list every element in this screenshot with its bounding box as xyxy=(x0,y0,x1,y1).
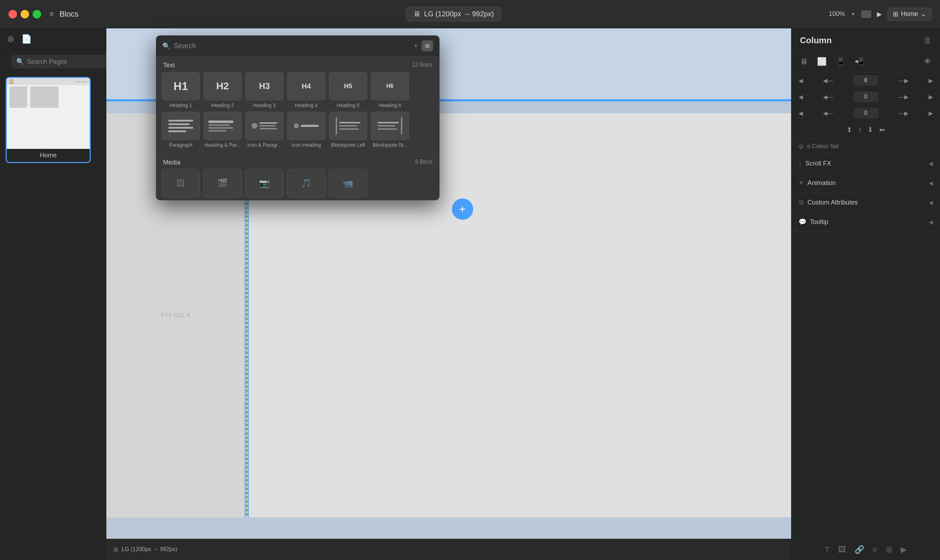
bric-item-h4[interactable]: H4 Heading 4 xyxy=(287,72,325,108)
page-label: Home xyxy=(7,152,90,162)
canvas-bottom-bar: ⊞ LG (1200px → 992px) xyxy=(106,539,791,560)
add-bric-button[interactable]: + xyxy=(452,198,473,220)
bric-item-media-2[interactable]: 🎬 xyxy=(203,169,242,197)
scroll-fx-icon: ↕ xyxy=(798,160,802,167)
bric-item-media-4[interactable]: 🎵 xyxy=(287,169,325,197)
media-icon-1: 🖼 xyxy=(177,178,185,188)
zoom-level[interactable]: 100% xyxy=(829,10,845,18)
list-icon[interactable]: ≡ xyxy=(873,545,877,554)
layers-tab[interactable]: ⊛ xyxy=(7,34,14,44)
add-bric-icon[interactable]: + xyxy=(414,42,418,50)
bric-item-media-1[interactable]: 🖼 xyxy=(162,169,200,197)
small-mobile-view-btn[interactable]: 📲 xyxy=(852,55,867,68)
bric-label-h6: Heading 6 xyxy=(378,102,401,108)
h3-preview: H3 xyxy=(259,81,270,91)
desktop-view-btn[interactable]: 🖥 xyxy=(797,55,811,68)
chevron-down-icon[interactable]: ▼ xyxy=(851,11,855,17)
image-icon[interactable]: 🖼 xyxy=(838,545,846,554)
canvas-bottom-label: LG (1200px → 992px) xyxy=(122,546,177,552)
bric-item-h1[interactable]: H1 Heading 1 xyxy=(162,72,200,108)
bric-thumb-h6: H6 xyxy=(371,72,409,100)
scroll-fx-label: Scroll FX xyxy=(805,160,929,167)
bql-preview xyxy=(336,117,360,135)
bric-item-bql[interactable]: Blockquote Left xyxy=(329,112,367,148)
bric-thumb-media-2: 🎬 xyxy=(203,169,242,197)
colour-set-row: ◎ o Colour Set xyxy=(791,138,940,154)
bric-item-icon-para[interactable]: Icon & Paragr... xyxy=(245,112,283,148)
tooltip-row[interactable]: 💬 Tooltip ◀ xyxy=(791,212,940,232)
pages-tab[interactable]: 📄 xyxy=(21,34,32,44)
table-icon[interactable]: ⊞ xyxy=(886,545,892,554)
padding-left-arrow2[interactable]: ◀— xyxy=(823,77,833,84)
text-format-icon[interactable]: T xyxy=(825,545,829,554)
video-icon[interactable]: ▶ xyxy=(901,545,907,554)
bric-search-input[interactable] xyxy=(174,42,410,50)
viewport-selector[interactable]: 🖥 LG (1200px → 992px) xyxy=(406,7,501,21)
rect-view-btn[interactable] xyxy=(861,10,871,18)
margin-bot-right-arrow2[interactable]: ▶ xyxy=(929,110,933,117)
margin-bottom-row: ◀ ◀— —▶ ▶ xyxy=(791,105,940,121)
animation-row[interactable]: ✦ Animation ◀ xyxy=(791,173,940,193)
bric-section-text: Text 12 Brics xyxy=(156,57,440,72)
bric-label-h1: Heading 1 xyxy=(169,102,192,108)
h1-preview: H1 xyxy=(174,80,188,93)
margin-bot-left-arrow2[interactable]: ◀— xyxy=(823,110,833,117)
section-media-count: 9 Brics xyxy=(415,159,432,166)
scroll-fx-row[interactable]: ↕ Scroll FX ◀ xyxy=(791,154,940,173)
page-thumb-home[interactable]: 🏠 Home xyxy=(6,77,91,163)
padding-right-arrow2[interactable]: ▶ xyxy=(929,77,933,84)
align-left-icon[interactable]: ⬅ xyxy=(879,125,885,134)
text-brics-grid: H1 Heading 1 H2 Heading 2 H3 Heading 3 H… xyxy=(156,72,440,154)
bric-item-bqr[interactable]: Blockquote Ri... xyxy=(371,112,409,148)
play-button[interactable]: ▶ xyxy=(877,10,882,18)
margin-top-left-arrow2[interactable]: ◀— xyxy=(823,94,833,100)
close-button[interactable] xyxy=(9,10,17,18)
bric-item-media-5[interactable]: 📹 xyxy=(329,169,367,197)
thumb-block xyxy=(30,86,58,108)
delete-button[interactable]: 🗑 xyxy=(924,36,931,45)
padding-left-arrow[interactable]: ◀ xyxy=(798,77,803,84)
bric-thumb-media-5: 📹 xyxy=(329,169,367,197)
bric-label-bqr: Blockquote Ri... xyxy=(372,142,407,148)
custom-attributes-row[interactable]: ⊞ Custom Attributes ◀ xyxy=(791,193,940,212)
margin-top-right-arrow[interactable]: —▶ xyxy=(898,94,908,100)
menu-icon[interactable]: ≡ xyxy=(50,10,54,18)
align-middle-icon[interactable]: ↕ xyxy=(858,125,862,134)
bric-item-para[interactable]: Paragraph xyxy=(162,112,200,148)
margin-top-input[interactable] xyxy=(857,94,875,100)
margin-bot-right-arrow[interactable]: —▶ xyxy=(898,110,908,117)
bric-item-h2[interactable]: H2 Heading 2 xyxy=(203,72,242,108)
search-pages-input[interactable] xyxy=(27,58,109,66)
margin-bot-input[interactable] xyxy=(857,110,875,116)
padding-input-group xyxy=(854,75,878,86)
mobile-view-btn[interactable]: 📱 xyxy=(833,55,848,68)
bric-label-h4: Heading 4 xyxy=(295,102,318,108)
bric-thumb-h3: H3 xyxy=(245,72,283,100)
eye-view-btn[interactable]: 👁 xyxy=(921,55,934,68)
bric-item-media-3[interactable]: 📷 xyxy=(245,169,283,197)
link-icon[interactable]: 🔗 xyxy=(855,545,864,554)
margin-top-left-arrow[interactable]: ◀ xyxy=(798,94,803,100)
bric-item-h6[interactable]: H6 Heading 6 xyxy=(371,72,409,108)
tooltip-arrow: ◀ xyxy=(929,219,933,225)
titlebar: ≡ Blocs 🖥 LG (1200px → 992px) 100% ▼ ▶ ⊞… xyxy=(0,0,940,28)
bric-item-h3[interactable]: H3 Heading 3 xyxy=(245,72,283,108)
bric-item-icon-heading[interactable]: Icon Heading xyxy=(287,112,325,148)
thumb-block xyxy=(9,86,27,108)
fullscreen-button[interactable] xyxy=(32,10,41,18)
padding-value-input[interactable] xyxy=(857,77,875,84)
bric-thumb-h2: H2 xyxy=(203,72,242,100)
align-bottom-icon[interactable]: ⬇ xyxy=(867,125,873,134)
tablet-view-btn[interactable]: ⬜ xyxy=(814,55,829,68)
align-top-icon[interactable]: ⬆ xyxy=(846,125,852,134)
media-icon-5: 📹 xyxy=(343,178,353,188)
bric-item-h5[interactable]: H5 Heading 5 xyxy=(329,72,367,108)
minimize-button[interactable] xyxy=(20,10,29,18)
margin-top-right-arrow2[interactable]: ▶ xyxy=(929,94,933,100)
margin-bot-left-arrow[interactable]: ◀ xyxy=(798,110,803,117)
padding-right-arrow[interactable]: —▶ xyxy=(898,77,908,84)
page-selector[interactable]: ⊞ Home ⌄ xyxy=(888,8,931,20)
bric-grid-toggle[interactable]: ⊞ xyxy=(422,40,433,51)
traffic-lights xyxy=(9,10,41,18)
bric-item-heading-para[interactable]: Heading & Par... xyxy=(203,112,242,148)
